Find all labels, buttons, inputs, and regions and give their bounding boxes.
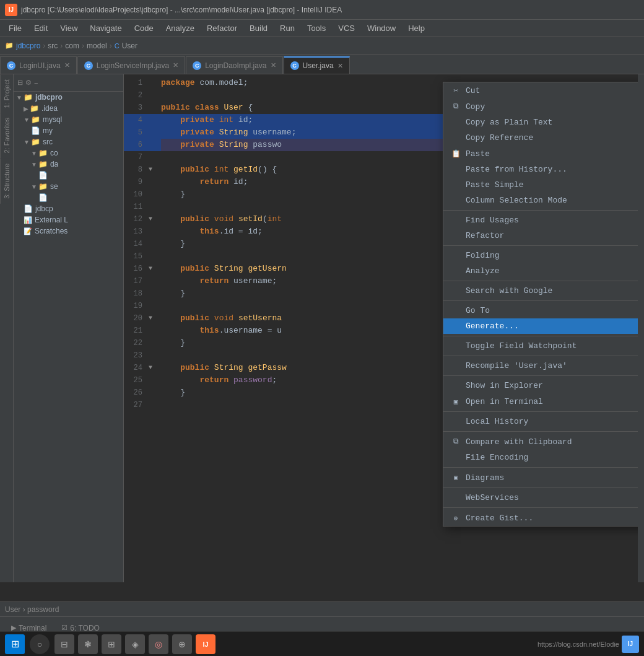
collapse-icon[interactable]: ⊟ — [17, 79, 23, 87]
tab-loginserviceimpl[interactable]: C LoginServiceImpl.java ✕ — [77, 56, 185, 74]
taskbar-start[interactable]: ⊞ — [5, 634, 25, 654]
menu-analyze[interactable]: Analyze — [160, 21, 201, 35]
da-label: da — [50, 160, 58, 168]
ctx-webservices[interactable]: WebServices ▶ — [443, 490, 638, 505]
ctx-local-history[interactable]: Local History ▶ — [443, 414, 638, 429]
menu-view[interactable]: View — [54, 21, 84, 35]
breadcrumb-com[interactable]: com — [65, 42, 79, 50]
root-label: jdbcpro — [35, 93, 63, 102]
src-icon: 📁 — [31, 138, 40, 146]
tree-idea[interactable]: ▶ 📁 .idea — [14, 103, 123, 114]
ctx-compare-clipboard[interactable]: ⧉ Compare with Clipboard — [443, 434, 638, 450]
tab-user[interactable]: C User.java ✕ — [284, 56, 350, 74]
taskbar-intellij[interactable]: IJ — [196, 634, 215, 654]
ctx-cut[interactable]: ✂ Cut Ctrl+X — [443, 82, 638, 98]
ctx-copy-plain[interactable]: Copy as Plain Text — [443, 115, 638, 130]
menu-window[interactable]: Window — [361, 21, 402, 35]
ctx-paste-simple-label: Paste Simple — [466, 180, 637, 190]
breadcrumb-user[interactable]: User — [122, 42, 137, 50]
taskbar-search[interactable]: ○ — [30, 634, 50, 654]
menu-refactor[interactable]: Refactor — [201, 21, 243, 35]
ctx-column-select[interactable]: Column Selection Mode Alt+Shift+Insert — [443, 193, 638, 208]
title-text: jdbcpro [C:\Users\elodi\IdeaProjects\jdb… — [21, 6, 342, 14]
tabs-bar: C LoginUI.java ✕ C LoginServiceImpl.java… — [0, 55, 644, 74]
code-editor[interactable]: 1 package com.model; 2 3 public class Us… — [124, 74, 638, 582]
ctx-file-encoding[interactable]: File Encoding — [443, 450, 638, 465]
settings-icon[interactable]: ⚙ — [25, 79, 32, 87]
ctx-folding[interactable]: Folding ▶ — [443, 248, 638, 263]
tree-my[interactable]: 📄 my — [14, 125, 123, 136]
tree-scratches[interactable]: 📝 Scratches — [14, 225, 123, 237]
menu-help[interactable]: Help — [402, 21, 431, 35]
sep6 — [443, 356, 638, 356]
ctx-create-gist[interactable]: ⊕ Create Gist... — [443, 510, 638, 526]
ctx-recompile[interactable]: Recompile 'User.java' Ctrl+Shift+F9 — [443, 358, 638, 374]
ctx-paste-simple[interactable]: Paste Simple Ctrl+Alt+Shift+V — [443, 177, 638, 193]
menu-file[interactable]: File — [2, 21, 28, 35]
jdbcp-label: jdbcp — [35, 204, 53, 213]
tree-mysql[interactable]: ▼ 📁 mysql — [14, 114, 123, 125]
close-logindaoimpl[interactable]: ✕ — [271, 61, 276, 69]
menu-vcs[interactable]: VCS — [332, 21, 361, 35]
tab-logindaoimpl[interactable]: C LoginDaoImpl.java ✕ — [186, 56, 282, 74]
ctx-find-usages-label: Find Usages — [466, 216, 638, 225]
menu-edit[interactable]: Edit — [28, 21, 54, 35]
copy-icon: ⧉ — [451, 102, 461, 112]
ctx-toggle-watchpoint[interactable]: Toggle Field Watchpoint — [443, 338, 638, 354]
breadcrumb-model[interactable]: model — [87, 42, 107, 50]
tree-file1[interactable]: 📄 — [14, 170, 123, 181]
sep7 — [443, 375, 638, 376]
ctx-analyze[interactable]: Analyze ▶ — [443, 263, 638, 279]
menu-tools[interactable]: Tools — [301, 21, 332, 35]
ctx-folding-label: Folding — [466, 251, 638, 260]
close-loginui[interactable]: ✕ — [64, 61, 70, 69]
taskbar-app1[interactable]: ⊟ — [54, 634, 74, 654]
menu-code[interactable]: Code — [128, 21, 160, 35]
tree-da[interactable]: ▼ 📁 da — [14, 159, 123, 170]
taskbar-app4[interactable]: ◈ — [125, 634, 145, 654]
taskbar-app3[interactable]: ⊞ — [102, 634, 121, 654]
ctx-find-usages[interactable]: Find Usages Alt+F7 — [443, 212, 638, 228]
close-loginserviceimpl[interactable]: ✕ — [173, 61, 178, 69]
taskbar-app5[interactable]: ◎ — [149, 634, 168, 654]
ctx-paste[interactable]: 📋 Paste Ctrl+V — [443, 146, 638, 162]
tree-file2[interactable]: 📄 — [14, 192, 123, 203]
taskbar-avatar[interactable]: IJ — [622, 636, 639, 653]
ctx-goto[interactable]: Go To ▶ — [443, 303, 638, 318]
panel-project[interactable]: 1: Project — [0, 74, 13, 113]
ctx-search-google[interactable]: Search with Google — [443, 283, 638, 299]
tree-src[interactable]: ▼ 📁 src — [14, 136, 123, 147]
tree-se[interactable]: ▼ 📁 se — [14, 181, 123, 192]
src-label: src — [43, 138, 53, 146]
ctx-generate[interactable]: Generate... Alt+Insert — [443, 318, 638, 334]
ctx-paste-history[interactable]: Paste from History... Ctrl+Shift+V — [443, 162, 638, 177]
menu-run[interactable]: Run — [274, 21, 301, 35]
tree-external[interactable]: 📊 External L — [14, 214, 123, 225]
panel-favorites[interactable]: 2: Favorites — [0, 113, 13, 158]
ctx-show-explorer[interactable]: Show in Explorer — [443, 378, 638, 393]
panel-structure[interactable]: 3: Structure — [0, 159, 13, 204]
root-folder-icon: 📁 — [24, 93, 33, 102]
ctx-copy-ref[interactable]: Copy Reference Ctrl+Alt+Shift+C — [443, 130, 638, 146]
tree-jdbcp[interactable]: 📄 jdbcp — [14, 203, 123, 214]
ctx-copy[interactable]: ⧉ Copy Ctrl+C — [443, 98, 638, 115]
breadcrumb-src[interactable]: src — [48, 42, 58, 50]
taskbar-app6[interactable]: ⊕ — [172, 634, 192, 654]
tree-co[interactable]: ▼ 📁 co — [14, 147, 123, 159]
menu-build[interactable]: Build — [243, 21, 274, 35]
breadcrumb-project[interactable]: jdbcpro — [16, 42, 40, 50]
scrollbar[interactable] — [638, 74, 644, 582]
ctx-refactor[interactable]: Refactor ▶ — [443, 228, 638, 243]
minimize-icon[interactable]: − — [34, 79, 38, 87]
context-menu: ✂ Cut Ctrl+X ⧉ Copy Ctrl+C Copy as Plain… — [443, 82, 638, 527]
ctx-recompile-label: Recompile 'User.java' — [466, 361, 638, 370]
tab-loginui[interactable]: C LoginUI.java ✕ — [0, 56, 77, 74]
ctx-open-terminal[interactable]: ▣ Open in Terminal — [443, 393, 638, 409]
menu-navigate[interactable]: Navigate — [84, 21, 128, 35]
close-user[interactable]: ✕ — [337, 62, 343, 70]
tree-root[interactable]: ▼ 📁 jdbcpro — [14, 92, 123, 103]
sep3 — [443, 281, 638, 281]
taskbar-app2[interactable]: ❃ — [78, 634, 98, 654]
ctx-diagrams[interactable]: ▣ Diagrams ▶ — [443, 470, 638, 486]
da-arrow: ▼ — [31, 161, 37, 168]
